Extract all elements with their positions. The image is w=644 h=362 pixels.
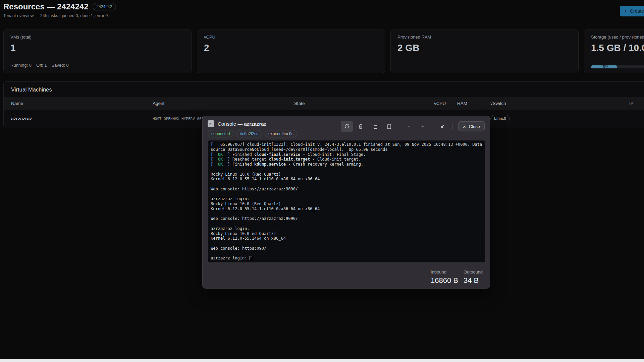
stat-card-vms: VMs (total) 1 Running: 0Off: 1Saved: 0 — [3, 29, 192, 73]
console-terminal[interactable]: [ 65.967067] cloud-init[1323]: Cloud-ini… — [208, 140, 485, 263]
terminal-cursor — [250, 256, 252, 260]
terminal-line — [211, 182, 482, 187]
column-header-ram: RAM — [457, 101, 490, 106]
page: Resources — 2424242 2424242 Tenant overv… — [0, 0, 644, 362]
console-badge-muted: expires 5m 0s — [265, 130, 297, 137]
column-header-agent: Agent — [153, 101, 294, 106]
terminal-line: Kernel 6.12.0-55.1464 on x86_64 — [211, 236, 482, 241]
fullscreen-button[interactable] — [436, 121, 450, 132]
terminal-line — [211, 192, 482, 197]
inbound-label: Inbound — [431, 269, 458, 275]
create-button[interactable]: + Create — [620, 6, 644, 16]
terminal-line: Web console: https://azrzazraz:9090/ — [211, 187, 482, 192]
trash-icon — [358, 124, 363, 129]
terminal-icon: >_ — [208, 120, 214, 127]
terminal-scrollbar-thumb[interactable] — [481, 229, 481, 255]
vm-count-stat: Saved: 0 — [51, 63, 68, 68]
terminal-line — [211, 241, 482, 246]
stat-card-ram: Provisioned RAM 2 GB — [390, 29, 579, 73]
terminal-line: [ OK ] Finished kdump.service - Crash re… — [211, 162, 482, 167]
terminal-line: Rocky Linux 10.0 ed Quartz) — [211, 231, 482, 236]
vm-name-cell: azrzazraz — [11, 116, 153, 121]
console-net-stats: Inbound 16860 B Outbound 34 B — [431, 269, 485, 285]
terminal-line: azrzazraz login: — [211, 226, 482, 231]
vswitch-badge: fabric0 — [490, 115, 510, 122]
tenant-badge: 2424242 — [93, 3, 116, 10]
refresh-icon — [344, 124, 350, 129]
terminal-line: azrzazrz login: — [211, 256, 482, 261]
column-header-ip: IP — [629, 101, 644, 106]
close-button[interactable]: × Close — [458, 121, 485, 131]
page-subtitle: Tenant overview — 24h tasks: queued 0, d… — [3, 13, 108, 18]
trash-button[interactable] — [354, 121, 368, 132]
vm-count-stat: Off: 1 — [36, 63, 47, 68]
toolbar-separator — [452, 123, 453, 130]
inbound-stat: Inbound 16860 B — [431, 269, 458, 285]
stats-grid: VMs (total) 1 Running: 0Off: 1Saved: 0 v… — [3, 29, 644, 73]
console-badge-id: #c0a2f2cc — [236, 130, 262, 137]
vm-count-stat: Running: 0 — [10, 63, 32, 68]
terminal-line: Web console: https:090/ — [211, 246, 482, 251]
terminal-line: [ 65.967067] cloud-init[1323]: Cloud-ini… — [211, 142, 482, 147]
create-button-label: Create — [630, 8, 644, 14]
terminal-line: Web console: https://azrzazraz:9090/ — [211, 216, 482, 221]
stat-value: 2 GB — [397, 43, 572, 53]
terminal-line — [211, 221, 482, 226]
terminal-line: Kernel 6.12.0-55.14.1.el10_0.x86_64 on x… — [211, 206, 482, 212]
refresh-button[interactable] — [341, 121, 353, 132]
terminal-line: [ OK ] Reached target cloud-init.target … — [211, 157, 482, 162]
outbound-label: Outbound — [464, 269, 485, 275]
terminal-line — [211, 212, 482, 217]
console-header: >_ Console — azrzazraz connected#c0a2f2c… — [203, 116, 490, 137]
clipboard-icon — [387, 124, 391, 129]
outbound-value: 34 B — [464, 276, 485, 285]
column-header-vswitch: vSwitch — [490, 101, 629, 106]
console-modal: >_ Console — azrzazraz connected#c0a2f2c… — [202, 116, 490, 289]
terminal-line: [ OK ] Finished cloud-final.service - Cl… — [211, 152, 482, 157]
terminal-line — [211, 251, 482, 256]
toolbar-separator — [399, 123, 399, 130]
outbound-stat: Outbound 34 B — [464, 269, 485, 285]
zoom-out-button[interactable]: − — [402, 121, 416, 132]
stat-label: vCPU — [204, 35, 378, 40]
terminal-line: azrzazraz login: — [211, 196, 482, 201]
terminal-line: source DataSourceNoCloud [seed=/dev/sr0]… — [211, 147, 482, 152]
stat-card-vcpu: vCPU 2 — [197, 29, 385, 73]
stat-value: 2 — [204, 43, 378, 53]
console-toolbar: − + × Close — [341, 121, 485, 132]
vm-ip-cell: — — [629, 116, 644, 121]
terminal-line: Rocky Linux 10.0 (Red Quartz) — [211, 201, 482, 206]
storage-progress: 15% — [584, 59, 644, 68]
horizontal-scrollbar[interactable] — [0, 359, 644, 362]
console-vm-name: azrzazraz — [244, 121, 266, 127]
page-header: Resources — 2424242 2424242 — [3, 2, 116, 11]
storage-progress-track: 15% — [591, 65, 644, 68]
plus-icon: + — [624, 8, 627, 14]
copy-icon — [372, 124, 378, 129]
storage-progress-label: 15% — [601, 65, 608, 69]
stat-card-vms-footer: Running: 0Off: 1Saved: 0 — [4, 59, 191, 68]
close-icon: × — [463, 124, 466, 129]
toolbar-separator — [433, 123, 433, 130]
console-title: Console — azrzazraz — [218, 121, 266, 127]
expand-icon — [440, 124, 445, 129]
page-title: Resources — 2424242 — [3, 2, 89, 11]
minus-icon: − — [402, 123, 416, 129]
copy-button[interactable] — [368, 121, 382, 132]
stat-label: Storage (used / provisioned) — [591, 35, 644, 40]
plus-icon: + — [416, 123, 430, 129]
column-header-state: State — [294, 101, 434, 106]
stat-label: VMs (total) — [10, 35, 184, 40]
console-badge-ok: connected — [208, 130, 233, 137]
close-button-label: Close — [469, 124, 480, 129]
paste-button[interactable] — [382, 121, 396, 132]
vm-section-title: Virtual Machines — [4, 82, 644, 97]
stat-card-storage: Storage (used / provisioned) 1.5 GB / 10… — [584, 29, 644, 73]
column-header-name: Name — [11, 101, 153, 106]
zoom-in-button[interactable]: + — [416, 121, 430, 132]
terminal-line: Rocky Linux 10.0 (Red Quartz) — [211, 172, 482, 177]
vm-table-header: NameAgentStatevCPURAMvSwitchIP — [4, 97, 644, 110]
terminal-line: Kernel 6.12.0-55.14.1.el10_0.x86_64 on x… — [211, 177, 482, 182]
header-divider — [0, 23, 644, 23]
stat-value: 1.5 GB / 10.0 GB — [591, 43, 644, 53]
